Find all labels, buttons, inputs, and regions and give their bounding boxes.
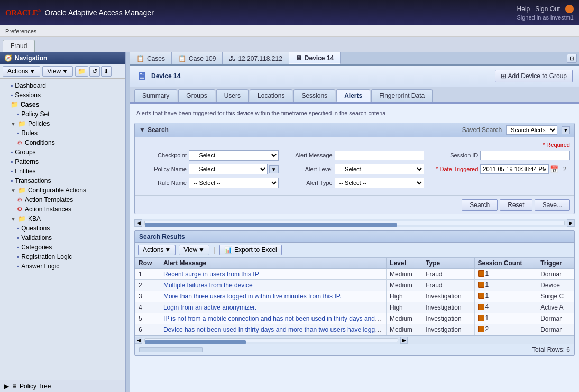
- sidebar-item-transactions[interactable]: ▪ Transactions: [0, 176, 125, 185]
- help-link[interactable]: Help: [517, 5, 530, 13]
- sidebar-folder-icon[interactable]: 📁: [75, 66, 88, 77]
- tab-fingerprint[interactable]: Fingerprint Data: [371, 89, 433, 102]
- sidebar-item-kba[interactable]: ▼ 📁 KBA: [0, 214, 125, 223]
- policy-name-btn[interactable]: ▼: [269, 165, 279, 173]
- sidebar-item-policies[interactable]: ▼ 📁 Policies: [0, 119, 125, 128]
- tab-summary[interactable]: Summary: [134, 89, 177, 102]
- bc-max-btn[interactable]: ⊡: [567, 54, 577, 63]
- cell-message[interactable]: Recent surge in users from this IP: [160, 269, 386, 280]
- date-triggered-input-group: 2011-05-19 10:38:44 PM 📅 - 2: [480, 164, 570, 174]
- sidebar-actions-btn[interactable]: Actions ▼: [3, 66, 40, 77]
- sidebar-item-categories[interactable]: ▪ Categories: [0, 242, 125, 252]
- sidebar-item-questions[interactable]: ▪ Questions: [0, 223, 125, 233]
- alert-level-label: Alert Level: [285, 166, 333, 172]
- sidebar-item-registration-logic[interactable]: ▪ Registration Logic: [0, 252, 125, 262]
- sidebar-item-action-templates[interactable]: ⚙ Action Templates: [0, 195, 125, 204]
- date-triggered-input[interactable]: 2011-05-19 10:38:44 PM: [480, 164, 549, 174]
- table-scroll-right[interactable]: ▶: [400, 337, 408, 344]
- sidebar-expand-icon[interactable]: ⬇: [101, 66, 112, 77]
- cell-message[interactable]: Multiple failures from the device: [160, 280, 386, 291]
- cell-message[interactable]: Login from an active anonymizer.: [160, 302, 386, 313]
- cell-session-count: 1: [474, 280, 537, 291]
- cell-message[interactable]: Device has not been used in thirty days …: [160, 324, 386, 335]
- table-row[interactable]: 1 Recent surge in users from this IP Med…: [135, 269, 574, 280]
- badge-icon: [478, 282, 484, 288]
- table-scroll-left[interactable]: ◀: [135, 337, 142, 344]
- sidebar-resize-handle[interactable]: [126, 52, 130, 392]
- export-excel-btn[interactable]: 📊 Export to Excel: [219, 245, 282, 255]
- sidebar-item-answer-logic[interactable]: ▪ Answer Logic: [0, 262, 125, 271]
- saved-search-select[interactable]: Search Alerts: [506, 125, 557, 135]
- sidebar-item-configurable-actions[interactable]: ▼ 📁 Configurable Actions: [0, 185, 125, 195]
- cases-icon: 📁: [11, 101, 19, 108]
- sidebar-view-btn[interactable]: View ▼: [42, 66, 73, 77]
- search-scroll-bar[interactable]: ◀ ▶: [134, 219, 575, 227]
- bc-tab-device14[interactable]: 🖥 Device 14: [289, 52, 341, 64]
- results-actions-btn[interactable]: Actions ▼: [138, 245, 176, 255]
- saved-search-dropdown-btn[interactable]: ▼: [562, 126, 570, 134]
- message-link[interactable]: Login from an active anonymizer.: [163, 304, 256, 311]
- checkpoint-select[interactable]: -- Select --: [189, 150, 279, 161]
- sidebar-item-cases[interactable]: 📁 Cases: [0, 100, 125, 109]
- table-row[interactable]: 2 Multiple failures from the device Medi…: [135, 280, 574, 291]
- table-row[interactable]: 4 Login from an active anonymizer. High …: [135, 302, 574, 313]
- message-link[interactable]: Device has not been used in thirty days …: [163, 326, 387, 333]
- fraud-tab[interactable]: Fraud: [3, 40, 35, 52]
- session-id-input[interactable]: [480, 151, 570, 160]
- add-device-btn[interactable]: ⊞ Add Device to Group: [495, 70, 573, 82]
- sidebar-item-dashboard[interactable]: ▪ Dashboard: [0, 81, 125, 90]
- session-id-field: Session ID: [430, 150, 570, 161]
- sidebar-refresh-icon[interactable]: ↺: [89, 66, 100, 77]
- message-link[interactable]: Multiple failures from the device: [163, 282, 253, 289]
- save-btn[interactable]: Save...: [535, 199, 570, 211]
- sidebar-item-action-instances[interactable]: ⚙ Action Instances: [0, 204, 125, 214]
- alert-type-select[interactable]: -- Select --: [335, 178, 425, 188]
- bc-tab-case109[interactable]: 📋 Case 109: [172, 52, 223, 64]
- bc-tab-cases[interactable]: 📋 Cases: [130, 52, 172, 64]
- sidebar-item-validations[interactable]: ▪ Validations: [0, 233, 125, 242]
- alert-level-select[interactable]: -- Select --: [335, 164, 425, 174]
- sidebar-item-policyset[interactable]: ▪ Policy Set: [0, 109, 125, 119]
- alert-message-input[interactable]: [335, 151, 425, 160]
- tab-users[interactable]: Users: [216, 89, 249, 102]
- sidebar-item-rules[interactable]: ▪ Rules: [0, 128, 125, 138]
- sidebar-item-groups[interactable]: ▪ Groups: [0, 147, 125, 157]
- cell-message[interactable]: More than three users logged in within f…: [160, 291, 386, 302]
- message-link[interactable]: IP is not from a mobile connection and h…: [163, 315, 387, 322]
- badge-icon: [478, 326, 484, 332]
- bc-tab-ip[interactable]: 🖧 12.207.118.212: [223, 52, 289, 64]
- alerts-info-text: Alerts that have been triggered for this…: [134, 108, 575, 118]
- rule-name-select[interactable]: -- Select --: [189, 178, 279, 188]
- preferences-link[interactable]: Preferences: [5, 28, 36, 34]
- table-scroll-area[interactable]: ◀ ▶: [135, 335, 574, 344]
- tab-locations[interactable]: Locations: [250, 89, 292, 102]
- sidebar-item-patterns[interactable]: ▪ Patterns: [0, 157, 125, 166]
- search-header[interactable]: ▼ Search Saved Search Search Alerts ▼: [135, 123, 574, 137]
- scroll-right-btn[interactable]: ▶: [567, 219, 574, 227]
- badge-icon: [478, 270, 484, 277]
- reset-btn[interactable]: Reset: [500, 199, 532, 211]
- cell-message[interactable]: IP is not from a mobile connection and h…: [160, 313, 386, 324]
- cell-level: Medium: [387, 313, 422, 324]
- table-row[interactable]: 5 IP is not from a mobile connection and…: [135, 313, 574, 324]
- calendar-icon[interactable]: 📅: [550, 165, 558, 173]
- sidebar-tree: ▪ Dashboard ▪ Sessions 📁 Cases ▪ Policy …: [0, 79, 125, 380]
- tab-alerts[interactable]: Alerts: [336, 89, 370, 102]
- table-row[interactable]: 6 Device has not been used in thirty day…: [135, 324, 574, 335]
- validations-icon: ▪: [17, 234, 19, 241]
- tab-sessions[interactable]: Sessions: [293, 89, 335, 102]
- message-link[interactable]: More than three users logged in within f…: [163, 293, 342, 300]
- sidebar-item-sessions[interactable]: ▪ Sessions: [0, 90, 125, 100]
- sidebar-bottom[interactable]: ▶ 🖥 Policy Tree: [0, 380, 125, 392]
- policy-name-select[interactable]: -- Select --: [189, 164, 268, 174]
- search-btn[interactable]: Search: [462, 199, 498, 211]
- scroll-left-btn[interactable]: ◀: [135, 219, 142, 227]
- signout-link[interactable]: Sign Out: [535, 5, 560, 13]
- results-view-btn[interactable]: View ▼: [179, 245, 209, 255]
- policy-tree-icon: 🖥: [11, 382, 17, 390]
- message-link[interactable]: Recent surge in users from this IP: [163, 270, 259, 278]
- tab-groups[interactable]: Groups: [178, 89, 215, 102]
- sidebar-item-conditions[interactable]: ⚙ Conditions: [0, 138, 125, 147]
- table-row[interactable]: 3 More than three users logged in within…: [135, 291, 574, 302]
- sidebar-item-entities[interactable]: ▪ Entities: [0, 166, 125, 176]
